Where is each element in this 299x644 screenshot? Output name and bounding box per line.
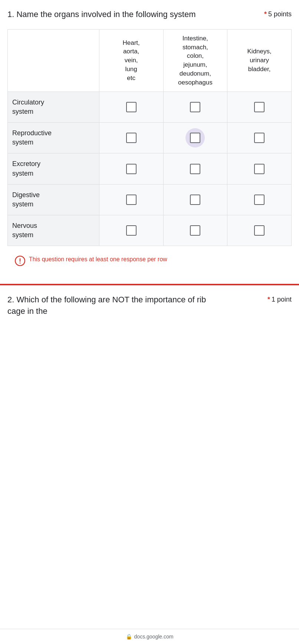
- checkbox-cell-nervous-1[interactable]: [99, 215, 163, 246]
- question-1-section: 1. Name the organs involved in the follo…: [0, 0, 299, 278]
- question-1-header: 1. Name the organs involved in the follo…: [7, 9, 292, 20]
- checkbox-cell-circulatory-2[interactable]: [163, 92, 227, 122]
- checkbox-cell-excretory-1[interactable]: [99, 153, 163, 184]
- checkbox-circulatory-heart[interactable]: [126, 102, 137, 112]
- checkbox-wrapper: [102, 225, 160, 236]
- checkbox-nervous-kidneys[interactable]: [254, 225, 264, 236]
- table-row: Digestivesystem: [8, 184, 292, 215]
- checkbox-cell-excretory-2[interactable]: [163, 153, 227, 184]
- lock-icon: 🔒: [126, 634, 132, 640]
- col-header-empty: [8, 29, 99, 92]
- checkbox-wrapper: [167, 102, 224, 112]
- footer-url: docs.google.com: [134, 634, 174, 640]
- col-header-kidneys: Kidneys,urinarybladder,: [227, 29, 292, 92]
- checkbox-wrapper-highlighted: [167, 133, 224, 143]
- answer-grid: Heart,aorta,vein,lungetc Intestine,stoma…: [7, 29, 292, 246]
- table-row: Nervoussystem: [8, 215, 292, 246]
- checkbox-cell-excretory-3[interactable]: [227, 153, 292, 184]
- col-header-heart: Heart,aorta,vein,lungetc: [99, 29, 163, 92]
- checkbox-wrapper: [102, 133, 160, 143]
- svg-point-2: [20, 263, 21, 264]
- points-label-1: 5 points: [268, 10, 292, 18]
- checkbox-digestive-kidneys[interactable]: [254, 195, 264, 205]
- checkbox-cell-circulatory-1[interactable]: [99, 92, 163, 122]
- col-header-intestine: Intestine,stomach,colon,jejunum,deudonum…: [163, 29, 227, 92]
- checkbox-reproductive-kidneys[interactable]: [254, 133, 264, 143]
- table-row: Reproductivesystem: [8, 122, 292, 153]
- row-label-circulatory: Circulatorysystem: [8, 92, 99, 122]
- checkbox-wrapper: [230, 195, 288, 205]
- checkbox-cell-digestive-3[interactable]: [227, 184, 292, 215]
- checkbox-reproductive-intestine[interactable]: [190, 133, 200, 143]
- footer: 🔒 docs.google.com: [0, 629, 299, 644]
- checkbox-wrapper: [167, 225, 224, 236]
- question-1-number: 1.: [7, 10, 14, 19]
- checkbox-cell-reproductive-3[interactable]: [227, 122, 292, 153]
- checkbox-cell-nervous-2[interactable]: [163, 215, 227, 246]
- checkbox-excretory-intestine[interactable]: [190, 164, 200, 174]
- checkbox-circulatory-kidneys[interactable]: [254, 102, 264, 112]
- row-label-nervous: Nervoussystem: [8, 215, 99, 246]
- checkbox-wrapper: [102, 195, 160, 205]
- table-row: Circulatorysystem: [8, 92, 292, 122]
- checkbox-cell-digestive-1[interactable]: [99, 184, 163, 215]
- error-icon: [15, 256, 25, 266]
- question-1-points-container: * 5 points: [264, 10, 292, 18]
- checkbox-wrapper: [167, 164, 224, 174]
- checkbox-excretory-heart[interactable]: [126, 164, 137, 174]
- row-label-reproductive: Reproductivesystem: [8, 122, 99, 153]
- question-2-section: 2. Which of the following are NOT the im…: [0, 285, 299, 323]
- checkbox-cell-reproductive-1[interactable]: [99, 122, 163, 153]
- checkbox-wrapper: [230, 164, 288, 174]
- question-2-header: 2. Which of the following are NOT the im…: [7, 294, 292, 317]
- checkbox-digestive-intestine[interactable]: [190, 195, 200, 205]
- checkbox-cell-circulatory-3[interactable]: [227, 92, 292, 122]
- checkbox-digestive-heart[interactable]: [126, 195, 137, 205]
- question-2-points-container: * 1 point: [267, 296, 292, 303]
- checkbox-wrapper: [102, 102, 160, 112]
- required-star-2: *: [267, 296, 270, 303]
- table-row: Excretorysystem: [8, 153, 292, 184]
- checkbox-cell-nervous-3[interactable]: [227, 215, 292, 246]
- page-container: 1. Name the organs involved in the follo…: [0, 0, 299, 323]
- checkbox-wrapper: [167, 195, 224, 205]
- checkbox-wrapper: [230, 133, 288, 143]
- question-2-title: 2. Which of the following are NOT the im…: [7, 294, 215, 317]
- checkbox-nervous-heart[interactable]: [126, 225, 137, 236]
- row-label-excretory: Excretorysystem: [8, 153, 99, 184]
- checkbox-wrapper: [102, 164, 160, 174]
- error-section: This question requires at least one resp…: [7, 249, 292, 272]
- question-1-title: 1. Name the organs involved in the follo…: [7, 9, 196, 20]
- question-1-text: Name the organs involved in the followin…: [16, 10, 196, 19]
- checkbox-excretory-kidneys[interactable]: [254, 164, 264, 174]
- question-2-number: 2.: [7, 295, 14, 304]
- checkbox-nervous-intestine[interactable]: [190, 225, 200, 236]
- checkbox-cell-digestive-2[interactable]: [163, 184, 227, 215]
- row-label-digestive: Digestivesystem: [8, 184, 99, 215]
- checkbox-reproductive-heart[interactable]: [126, 133, 137, 143]
- checkbox-circulatory-intestine[interactable]: [190, 102, 200, 112]
- checkbox-cell-reproductive-2[interactable]: [163, 122, 227, 153]
- error-message: This question requires at least one resp…: [29, 255, 167, 264]
- points-label-2: 1 point: [272, 296, 292, 303]
- checkbox-wrapper: [230, 102, 288, 112]
- checkbox-wrapper: [230, 225, 288, 236]
- required-star-1: *: [264, 10, 267, 18]
- question-2-text: Which of the following are NOT the impor…: [7, 295, 206, 316]
